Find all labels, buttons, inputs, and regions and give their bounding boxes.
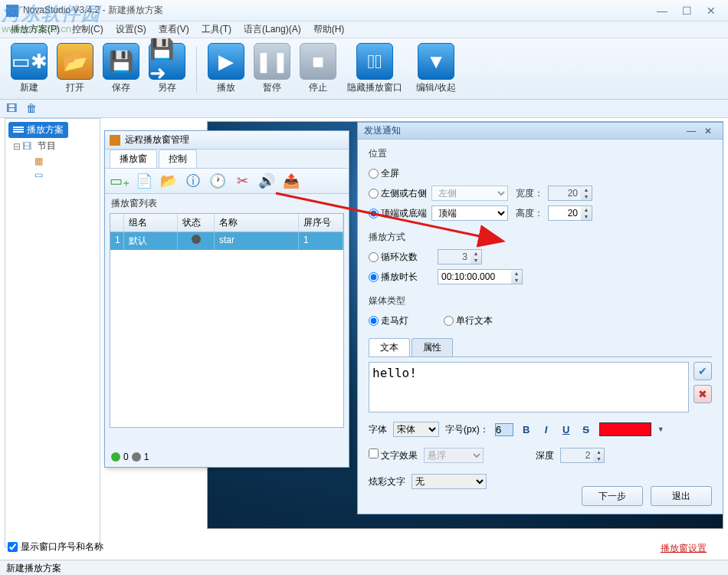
table-row[interactable]: 1 默认 star 1 xyxy=(110,232,343,250)
col-status[interactable]: 状态 xyxy=(178,214,215,232)
next-button[interactable]: 下一步 xyxy=(582,486,643,506)
tab-attr[interactable]: 属性 xyxy=(412,338,453,356)
tree-node-sub1[interactable]: ▦ xyxy=(8,154,97,168)
minimize-button[interactable]: — xyxy=(651,5,673,17)
hide-button[interactable]: 👁⃠ 隐藏播放窗口 xyxy=(341,41,408,97)
col-name[interactable]: 名称 xyxy=(215,214,299,232)
delete-text-button[interactable]: ✖ xyxy=(694,385,712,403)
edit-collapse-button[interactable]: ▼ 编辑/收起 xyxy=(408,41,464,97)
remote-icon-toolbar: ▭₊ 📄 📂 ⓘ 🕐 ✂ 🔊 📤 xyxy=(105,168,349,194)
text-tabs: 文本 属性 xyxy=(369,338,712,357)
clock-icon[interactable]: 🕐 xyxy=(208,171,228,191)
font-select[interactable]: 宋体 xyxy=(393,422,439,437)
main-toolbar: ▭✱ 新建 📂 打开 💾 保存 💾➜ 另存 ▶ 播放 ❚❚ 暂停 ■ 停止 👁⃠… xyxy=(0,38,728,100)
save-button[interactable]: 💾 保存 xyxy=(98,41,144,97)
notify-min-button[interactable]: — xyxy=(683,126,700,136)
font-row: 字体 宋体 字号(px)： B I U S ▼ xyxy=(369,420,712,439)
tab-playwindow[interactable]: 播放窗 xyxy=(110,150,157,168)
close-button[interactable]: ✕ xyxy=(700,5,722,17)
hide-icon: 👁⃠ xyxy=(356,43,393,80)
loop-spinner: ▲▼ xyxy=(438,249,482,264)
underline-button[interactable]: U xyxy=(559,422,573,436)
menu-tools[interactable]: 工具(T) xyxy=(195,21,238,38)
menu-help[interactable]: 帮助(H) xyxy=(307,21,351,38)
remote-grid: 组名 状态 名称 屏序号 1 默认 star 1 xyxy=(110,213,344,428)
col-blank xyxy=(110,214,124,232)
dialog-icon xyxy=(110,135,120,146)
tab-text[interactable]: 文本 xyxy=(369,338,410,356)
new-button[interactable]: ▭✱ 新建 xyxy=(6,41,52,97)
radio-singleline[interactable]: 单行文本 xyxy=(444,314,493,327)
radio-marquee[interactable]: 走马灯 xyxy=(369,314,408,327)
play-button[interactable]: ▶ 播放 xyxy=(203,41,249,97)
show-window-checkbox[interactable]: 显示窗口序号和名称 xyxy=(8,540,103,554)
radio-loop[interactable]: 循环次数 xyxy=(369,251,418,264)
leftright-select: 左侧 xyxy=(431,186,508,201)
menu-settings[interactable]: 设置(S) xyxy=(110,21,152,38)
play-icon: ▶ xyxy=(208,43,244,80)
topbottom-select[interactable]: 顶端 xyxy=(431,205,508,221)
height-spinner[interactable]: ▲▼ xyxy=(548,205,592,221)
save-icon: 💾 xyxy=(103,43,139,80)
grid-icon: ▦ xyxy=(34,156,43,166)
menu-lang[interactable]: 语言(Lang)(A) xyxy=(238,21,307,38)
stop-button[interactable]: ■ 停止 xyxy=(295,41,341,97)
toolbar-separator xyxy=(196,46,197,92)
effect-select: 悬浮 xyxy=(424,448,484,463)
menu-control[interactable]: 控制(C) xyxy=(66,21,110,38)
col-screen[interactable]: 屏序号 xyxy=(299,214,343,232)
film-icon: 🎞 xyxy=(22,141,34,152)
radio-leftright[interactable]: 左侧或右侧 xyxy=(369,187,427,200)
film-icon[interactable]: 🎞 xyxy=(6,102,20,116)
radio-duration[interactable]: 播放时长 xyxy=(369,271,418,284)
remote-tabs: 播放窗 控制 xyxy=(105,150,349,168)
window-title: NovaStudio V3.4.2 - 新建播放方案 xyxy=(23,4,163,17)
position-section: 位置 全屏 左侧或右侧 左侧 宽度： ▲▼ 顶端或底端 顶端 高度： ▲▼ xyxy=(369,147,712,223)
effect-checkbox[interactable]: 文字效果 xyxy=(369,449,418,462)
grid-header: 组名 状态 名称 屏序号 xyxy=(110,214,343,232)
col-group[interactable]: 组名 xyxy=(124,214,178,232)
titlebar: NovaStudio V3.4.2 - 新建播放方案 — ☐ ✕ xyxy=(0,0,728,21)
color-picker[interactable] xyxy=(599,422,651,436)
maximize-button[interactable]: ☐ xyxy=(676,5,697,17)
grey-dot-icon xyxy=(132,452,141,462)
playlist-label: 播放窗列表 xyxy=(105,194,349,213)
tree-node-program[interactable]: ⊟ 🎞 节目 xyxy=(8,138,97,154)
pause-button[interactable]: ❚❚ 暂停 xyxy=(249,41,295,97)
italic-button[interactable]: I xyxy=(539,422,553,436)
notify-titlebar: 发送通知 — ✕ xyxy=(358,123,723,140)
strike-button[interactable]: S xyxy=(579,422,593,436)
add-doc-icon[interactable]: 📄 xyxy=(134,171,154,191)
sound-icon[interactable]: 🔊 xyxy=(257,171,277,191)
text-input[interactable]: hello! xyxy=(369,362,689,412)
folder-icon[interactable]: 📂 xyxy=(159,171,179,191)
exit-button[interactable]: 退出 xyxy=(651,486,712,506)
sub-toolbar: 🎞 🗑 xyxy=(0,100,728,118)
menu-view[interactable]: 查看(V) xyxy=(152,21,195,38)
tree-panel: 播放方案 ⊟ 🎞 节目 ▦ ▭ xyxy=(5,118,100,547)
open-icon: 📂 xyxy=(57,43,93,80)
effect-row: 文字效果 悬浮 深度 ▲▼ xyxy=(369,446,712,465)
bold-button[interactable]: B xyxy=(520,422,533,436)
send-notify-panel: 发送通知 — ✕ 位置 全屏 左侧或右侧 左侧 宽度： ▲▼ 顶端或底端 顶端 … xyxy=(357,122,723,514)
saveas-button[interactable]: 💾➜ 另存 xyxy=(144,41,190,97)
duration-spinner[interactable]: ▲▼ xyxy=(438,269,523,284)
colortext-select[interactable]: 无 xyxy=(412,474,487,489)
cut-icon[interactable]: ✂ xyxy=(232,171,252,191)
send-icon[interactable]: 📤 xyxy=(281,171,301,191)
radio-topbottom[interactable]: 顶端或底端 xyxy=(369,207,427,220)
fontsize-input[interactable] xyxy=(495,423,513,436)
tab-control[interactable]: 控制 xyxy=(159,150,197,168)
radio-fullscreen[interactable]: 全屏 xyxy=(369,167,399,180)
confirm-text-button[interactable]: ✔ xyxy=(694,362,712,380)
notify-close-button[interactable]: ✕ xyxy=(700,126,717,136)
tree-node-sub2[interactable]: ▭ xyxy=(8,168,97,182)
statusbar: 新建播放方案 xyxy=(0,560,728,575)
menu-plan[interactable]: 播放方案(P) xyxy=(5,21,66,38)
play-window-settings-link[interactable]: 播放窗设置 xyxy=(661,542,707,555)
open-button[interactable]: 📂 打开 xyxy=(52,41,98,97)
info-icon[interactable]: ⓘ xyxy=(183,171,203,191)
trash-icon[interactable]: 🗑 xyxy=(26,102,40,116)
tree-root[interactable]: 播放方案 xyxy=(8,122,68,138)
add-window-icon[interactable]: ▭₊ xyxy=(110,171,130,191)
